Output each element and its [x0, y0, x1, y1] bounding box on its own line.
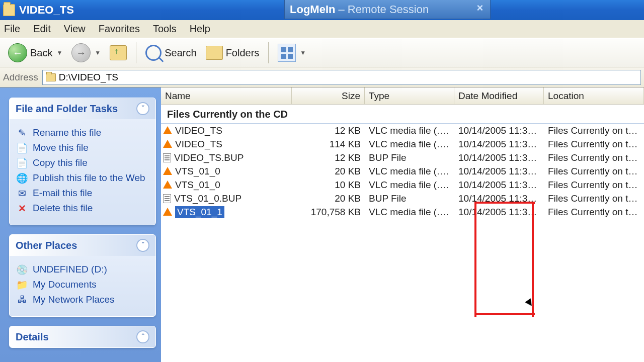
place-mydocs[interactable]: 📁My Documents [17, 279, 148, 290]
details-panel-header[interactable]: Details ˆ [10, 326, 155, 347]
col-location[interactable]: Location [544, 87, 644, 104]
file-row[interactable]: VTS_01_020 KBVLC media file (.ifo)10/14/… [161, 164, 644, 178]
places-panel-body: 💿UNDEFINED (D:) 📁My Documents 🖧My Networ… [10, 256, 155, 316]
file-row[interactable]: VTS_01_010 KBVLC media file (.vob)10/14/… [161, 178, 644, 192]
file-name: VIDEO_TS [175, 139, 222, 150]
task-copy[interactable]: 📄Copy this file [17, 157, 148, 168]
back-dropdown-icon[interactable]: ▼ [56, 49, 62, 56]
address-bar: Address [0, 67, 644, 87]
file-size-cell: 12 KB [292, 152, 365, 163]
up-button[interactable] [107, 43, 130, 62]
file-name: VIDEO_TS [175, 125, 222, 136]
file-type-cell: VLC media file (.vob) [365, 207, 454, 218]
tasks-panel-header[interactable]: File and Folder Tasks ˇ [10, 98, 155, 119]
menu-edit[interactable]: Edit [33, 23, 50, 35]
file-name-cell: VIDEO_TS [161, 139, 292, 150]
file-name: VTS_01_0.BUP [174, 193, 242, 204]
col-date[interactable]: Date Modified [454, 87, 544, 104]
file-row[interactable]: VIDEO_TS12 KBVLC media file (.ifo)10/14/… [161, 124, 644, 137]
file-location-cell: Files Currently on t… [544, 166, 644, 177]
file-row[interactable]: VTS_01_1170,758 KBVLC media file (.vob)1… [161, 205, 644, 219]
file-type-cell: VLC media file (.ifo) [365, 125, 454, 136]
file-date-cell: 10/14/2005 11:33 AM [454, 139, 544, 150]
rename-icon: ✎ [17, 127, 28, 138]
file-date-cell: 10/14/2005 11:33 AM [454, 179, 544, 191]
menu-help[interactable]: Help [190, 23, 210, 35]
view-button[interactable]: ▼ [275, 42, 309, 64]
col-name[interactable]: Name [161, 87, 292, 104]
file-name: VTS_01_1 [175, 206, 224, 218]
title-bar: VIDEO_TS LogMeIn – Remote Session × [0, 0, 644, 20]
annotation-box [531, 202, 534, 317]
forward-dropdown-icon[interactable]: ▼ [95, 49, 101, 56]
annotation-box [474, 202, 477, 317]
task-rename[interactable]: ✎Rename this file [17, 127, 148, 138]
toolbar-separator [136, 42, 136, 63]
file-row[interactable]: VIDEO_TS114 KBVLC media file (.vob)10/14… [161, 137, 644, 151]
col-size[interactable]: Size [292, 87, 365, 104]
back-label: Back [30, 47, 52, 59]
toolbar-separator [268, 42, 269, 63]
file-row[interactable]: VTS_01_0.BUP20 KBBUP File10/14/2005 11:3… [161, 192, 644, 205]
file-row[interactable]: VIDEO_TS.BUP12 KBBUP File10/14/2005 11:3… [161, 151, 644, 164]
file-size-cell: 170,758 KB [292, 207, 365, 218]
collapse-icon[interactable]: ˇ [136, 239, 149, 252]
main-area: File and Folder Tasks ˇ ✎Rename this fil… [0, 87, 644, 362]
tasks-sidebar: File and Folder Tasks ˇ ✎Rename this fil… [0, 87, 161, 362]
vlc-icon [163, 167, 172, 175]
window-title: VIDEO_TS [19, 4, 74, 17]
forward-button[interactable]: → ▼ [68, 41, 104, 64]
task-delete[interactable]: ✕Delete this file [17, 203, 148, 214]
place-label: My Documents [33, 279, 97, 290]
file-type-cell: BUP File [365, 152, 454, 163]
other-places-panel: Other Places ˇ 💿UNDEFINED (D:) 📁My Docum… [9, 234, 156, 317]
col-type[interactable]: Type [365, 87, 454, 104]
vlc-icon [163, 180, 172, 189]
menu-favorites[interactable]: Favorites [99, 23, 140, 35]
address-input[interactable] [59, 72, 637, 83]
menu-file[interactable]: File [4, 23, 20, 35]
up-folder-icon [110, 45, 127, 60]
file-date-cell: 10/14/2005 11:34 AM [454, 152, 544, 163]
place-drive[interactable]: 💿UNDEFINED (D:) [17, 264, 148, 275]
task-label: E-mail this file [33, 188, 92, 199]
file-name: VTS_01_0 [175, 166, 220, 177]
file-location-cell: Files Currently on t… [544, 179, 644, 191]
address-folder-icon [46, 73, 56, 81]
address-label: Address [3, 72, 38, 83]
file-name-cell: VTS_01_1 [161, 206, 292, 218]
place-network[interactable]: 🖧My Network Places [17, 294, 148, 305]
task-move[interactable]: 📄Move this file [17, 142, 148, 153]
address-field[interactable] [42, 70, 641, 85]
file-location-cell: Files Currently on t… [544, 193, 644, 204]
task-label: Copy this file [33, 157, 88, 168]
logmein-close-button[interactable]: × [473, 1, 487, 15]
collapse-icon[interactable]: ˇ [136, 102, 149, 115]
place-label: My Network Places [33, 294, 115, 305]
expand-icon[interactable]: ˆ [136, 330, 149, 343]
file-location-cell: Files Currently on t… [544, 207, 644, 218]
window-folder-icon [3, 4, 15, 16]
view-dropdown-icon[interactable]: ▼ [300, 49, 306, 56]
menu-tools[interactable]: Tools [153, 23, 177, 35]
search-button[interactable]: Search [142, 43, 199, 63]
folders-icon [206, 46, 223, 60]
file-rows: VIDEO_TS12 KBVLC media file (.ifo)10/14/… [161, 124, 644, 219]
back-button[interactable]: ← Back ▼ [5, 41, 65, 64]
task-publish[interactable]: 🌐Publish this file to the Web [17, 172, 148, 184]
file-size-cell: 12 KB [292, 125, 365, 136]
cursor-icon [525, 298, 534, 308]
search-label: Search [165, 47, 196, 59]
menu-view[interactable]: View [64, 23, 86, 35]
file-size-cell: 114 KB [292, 139, 365, 150]
network-icon: 🖧 [17, 294, 28, 305]
places-panel-header[interactable]: Other Places ˇ [10, 235, 155, 256]
column-headers: Name Size Type Date Modified Location [161, 87, 644, 105]
task-email[interactable]: ✉E-mail this file [17, 188, 148, 199]
bup-file-icon [163, 194, 171, 203]
forward-arrow-icon: → [71, 43, 91, 62]
folders-button[interactable]: Folders [203, 44, 263, 62]
file-type-cell: VLC media file (.vob) [365, 179, 454, 191]
globe-icon: 🌐 [17, 172, 28, 184]
logmein-banner[interactable]: LogMeIn – Remote Session × [284, 0, 491, 19]
